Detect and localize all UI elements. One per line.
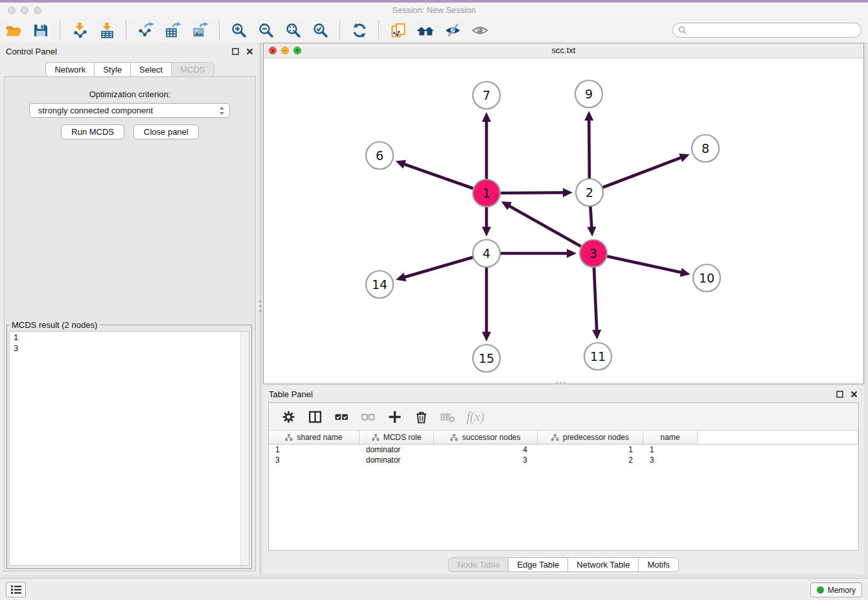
search-input[interactable]: [690, 25, 854, 36]
result-scrollbar[interactable]: [240, 332, 249, 565]
close-panel-button[interactable]: Close panel: [133, 124, 199, 139]
network-window-titlebar[interactable]: x – + scc.txt: [264, 43, 863, 58]
show-panels-eye-icon[interactable]: [470, 21, 490, 40]
node-4[interactable]: 4: [473, 240, 500, 267]
table-panel-tabs: Node TableEdge TableNetwork TableMotifs: [263, 557, 864, 572]
edge-1-6[interactable]: [396, 160, 486, 193]
export-network-icon[interactable]: [136, 21, 155, 40]
memory-label: Memory: [828, 586, 856, 595]
node-label-8: 8: [702, 141, 709, 156]
control-tab-style[interactable]: Style: [94, 62, 131, 77]
export-table-icon[interactable]: [163, 21, 183, 40]
search-field[interactable]: [672, 23, 862, 38]
node-14[interactable]: 14: [366, 271, 393, 298]
table-row[interactable]: 3dominator323: [269, 455, 858, 465]
splitter-handle-vertical[interactable]: [259, 301, 262, 312]
node-label-11: 11: [590, 349, 606, 363]
node-10[interactable]: 10: [693, 264, 720, 292]
refresh-layout-icon[interactable]: [350, 21, 369, 40]
close-panel-icon[interactable]: [245, 47, 254, 56]
column-header-mcds-role[interactable]: MCDS role: [360, 431, 434, 444]
export-image-icon[interactable]: [190, 21, 210, 40]
save-session-icon[interactable]: [31, 21, 51, 40]
mcds-result-list[interactable]: 13: [9, 331, 249, 566]
edge-2-8[interactable]: [589, 154, 690, 192]
control-tab-select[interactable]: Select: [130, 62, 172, 77]
control-tab-network[interactable]: Network: [45, 62, 95, 77]
table-body[interactable]: 1dominator4113dominator323: [269, 444, 858, 465]
delete-table-icon-disabled: [440, 409, 455, 424]
float-table-panel-icon[interactable]: [835, 389, 844, 398]
cell-shared-name[interactable]: 3: [269, 455, 360, 465]
zoom-fit-icon[interactable]: [284, 21, 303, 40]
home-layout-icon[interactable]: [416, 21, 435, 40]
optimization-criterion-select[interactable]: strongly connected component: [29, 103, 230, 118]
toolbar-separator: [219, 21, 220, 40]
column-header-predecessor-nodes[interactable]: predecessor nodes: [538, 431, 643, 444]
table-tab-node-table[interactable]: Node Table: [448, 557, 509, 572]
cell-successor-nodes[interactable]: 4: [434, 444, 538, 455]
node-6[interactable]: 6: [366, 142, 393, 169]
node-2[interactable]: 2: [576, 179, 603, 206]
add-column-icon[interactable]: [387, 409, 402, 424]
column-header-successor-nodes[interactable]: successor nodes: [434, 431, 538, 444]
table-tab-network-table[interactable]: Network Table: [567, 557, 639, 572]
table-tab-motifs[interactable]: Motifs: [638, 557, 679, 572]
optimization-criterion-value: strongly connected component: [38, 106, 153, 115]
column-header-name[interactable]: name: [643, 431, 698, 444]
close-table-panel-icon[interactable]: [849, 389, 858, 398]
delete-column-trash-icon[interactable]: [413, 409, 429, 424]
memory-button[interactable]: Memory: [810, 583, 862, 597]
node-8[interactable]: 8: [692, 135, 719, 162]
cell-predecessor-nodes[interactable]: 2: [538, 455, 643, 465]
copy-network-view-icon[interactable]: [389, 21, 408, 40]
cell-mcds-role[interactable]: dominator: [360, 444, 434, 455]
import-table-icon[interactable]: [97, 21, 117, 40]
zoom-out-icon[interactable]: [257, 21, 276, 40]
cell-name[interactable]: 1: [643, 444, 698, 455]
table-row[interactable]: 1dominator411: [269, 444, 858, 455]
splitter-handle-horizontal[interactable]: [556, 382, 566, 384]
cell-shared-name[interactable]: 1: [269, 444, 360, 455]
select-all-columns-icon[interactable]: [334, 409, 349, 424]
cell-successor-nodes[interactable]: 3: [434, 455, 538, 465]
control-panel-header: Control Panel: [0, 43, 260, 60]
toolbar-separator: [126, 21, 127, 40]
node-15[interactable]: 15: [473, 345, 500, 372]
optimization-criterion-label: Optimization criterion:: [0, 89, 260, 99]
node-3[interactable]: 3: [580, 240, 607, 267]
hide-panels-eye-slash-icon[interactable]: [443, 21, 463, 40]
select-stepper-icon: [219, 106, 225, 116]
table-panel-header: Table Panel: [263, 386, 864, 402]
zoom-selected-icon[interactable]: [311, 21, 330, 40]
cell-name[interactable]: 3: [643, 455, 698, 465]
deselect-all-columns-icon[interactable]: [360, 409, 376, 424]
network-canvas[interactable]: 7968124314101511: [264, 58, 863, 384]
titlebar: Session: New Session: [0, 3, 868, 18]
toolbar-separator: [60, 21, 61, 40]
open-session-icon[interactable]: [4, 21, 23, 40]
list-icon: [10, 584, 22, 595]
cell-mcds-role[interactable]: dominator: [360, 455, 434, 465]
control-tab-mcds[interactable]: MCDS: [171, 62, 214, 77]
task-list-button[interactable]: [6, 582, 26, 597]
node-9[interactable]: 9: [575, 80, 602, 108]
column-header-shared-name[interactable]: shared name: [269, 431, 360, 444]
run-mcds-button[interactable]: Run MCDS: [61, 124, 124, 139]
cell-predecessor-nodes[interactable]: 1: [538, 444, 643, 455]
zoom-in-icon[interactable]: [229, 21, 249, 40]
float-panel-icon[interactable]: [231, 47, 240, 56]
node-1[interactable]: 1: [473, 179, 500, 207]
node-7[interactable]: 7: [473, 82, 500, 109]
import-network-icon[interactable]: [70, 21, 89, 40]
edge-3-10[interactable]: [593, 253, 691, 277]
table-settings-gear-icon[interactable]: [280, 409, 296, 424]
network-view-window: x – + scc.txt 7968124314101511: [263, 43, 864, 384]
control-panel-title: Control Panel: [6, 47, 225, 56]
node-label-15: 15: [479, 351, 494, 365]
split-table-icon[interactable]: [307, 409, 323, 424]
control-panel: Control Panel NetworkStyleSelectMCDS Opt…: [0, 43, 260, 575]
table-tab-edge-table[interactable]: Edge Table: [508, 557, 568, 572]
edge-3-1[interactable]: [501, 202, 593, 253]
node-11[interactable]: 11: [584, 343, 611, 370]
